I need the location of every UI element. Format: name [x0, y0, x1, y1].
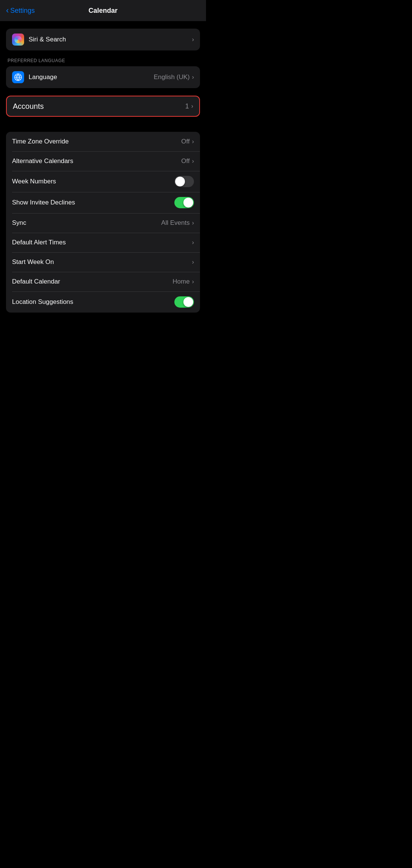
- siri-icon: [12, 34, 24, 46]
- time-zone-override-cell[interactable]: Time Zone Override Off ›: [6, 132, 200, 151]
- settings-group: Time Zone Override Off › Alternative Cal…: [6, 132, 200, 313]
- language-section-label: PREFERRED LANGUAGE: [6, 58, 200, 63]
- language-value: English (UK): [154, 73, 189, 81]
- start-week-on-label: Start Week On: [12, 258, 192, 266]
- week-numbers-toggle[interactable]: [174, 176, 194, 187]
- language-section: PREFERRED LANGUAGE Language English (UK)…: [6, 58, 200, 88]
- start-week-on-chevron-icon: ›: [192, 259, 194, 265]
- alternative-calendars-chevron-icon: ›: [192, 158, 194, 165]
- sync-cell[interactable]: Sync All Events ›: [6, 213, 200, 233]
- week-numbers-toggle-thumb: [175, 177, 185, 186]
- accounts-section: Accounts 1 ›: [6, 96, 200, 117]
- default-calendar-chevron-icon: ›: [192, 278, 194, 285]
- language-icon: [12, 71, 24, 83]
- alternative-calendars-value: Off: [181, 157, 189, 165]
- spacer-1: [0, 124, 206, 132]
- show-invitee-declines-cell[interactable]: Show Invitee Declines: [6, 192, 200, 213]
- show-invitee-declines-toggle[interactable]: [174, 197, 194, 208]
- accounts-chevron-icon: ›: [191, 103, 193, 110]
- accounts-label: Accounts: [13, 102, 185, 111]
- sync-value: All Events: [161, 219, 190, 227]
- time-zone-override-value: Off: [181, 138, 189, 145]
- accounts-cell[interactable]: Accounts 1 ›: [6, 96, 200, 117]
- siri-search-cell[interactable]: Siri & Search ›: [6, 29, 200, 50]
- default-calendar-label: Default Calendar: [12, 278, 172, 285]
- back-chevron-icon: ‹: [6, 6, 9, 15]
- header: ‹ Settings Calendar: [0, 0, 206, 21]
- time-zone-override-label: Time Zone Override: [12, 138, 181, 145]
- accounts-value: 1: [185, 102, 189, 110]
- language-label: Language: [29, 73, 154, 81]
- language-cell-group: Language English (UK) ›: [6, 66, 200, 88]
- location-suggestions-toggle[interactable]: [174, 296, 194, 308]
- start-week-on-cell[interactable]: Start Week On ›: [6, 252, 200, 272]
- alternative-calendars-cell[interactable]: Alternative Calendars Off ›: [6, 151, 200, 171]
- location-suggestions-cell[interactable]: Location Suggestions: [6, 291, 200, 313]
- language-cell[interactable]: Language English (UK) ›: [6, 66, 200, 88]
- default-calendar-value: Home: [172, 278, 189, 285]
- week-numbers-cell[interactable]: Week Numbers: [6, 171, 200, 192]
- alternative-calendars-label: Alternative Calendars: [12, 157, 181, 165]
- siri-section: Siri & Search ›: [6, 29, 200, 50]
- siri-cell-group: Siri & Search ›: [6, 29, 200, 50]
- sync-label: Sync: [12, 219, 161, 227]
- default-alert-times-label: Default Alert Times: [12, 239, 192, 246]
- week-numbers-label: Week Numbers: [12, 178, 174, 185]
- back-button[interactable]: ‹ Settings: [6, 6, 35, 15]
- location-suggestions-label: Location Suggestions: [12, 298, 174, 306]
- show-invitee-declines-label: Show Invitee Declines: [12, 199, 174, 206]
- back-label: Settings: [10, 7, 35, 15]
- default-alert-times-chevron-icon: ›: [192, 239, 194, 246]
- default-calendar-cell[interactable]: Default Calendar Home ›: [6, 272, 200, 291]
- show-invitee-declines-toggle-thumb: [183, 198, 193, 207]
- language-chevron-icon: ›: [192, 74, 194, 81]
- sync-chevron-icon: ›: [192, 220, 194, 226]
- default-alert-times-cell[interactable]: Default Alert Times ›: [6, 233, 200, 252]
- page-title: Calendar: [89, 7, 117, 15]
- siri-orb-inner: [14, 36, 22, 43]
- siri-chevron-icon: ›: [192, 36, 194, 43]
- location-suggestions-toggle-thumb: [183, 297, 193, 307]
- siri-search-label: Siri & Search: [29, 36, 192, 43]
- time-zone-override-chevron-icon: ›: [192, 138, 194, 145]
